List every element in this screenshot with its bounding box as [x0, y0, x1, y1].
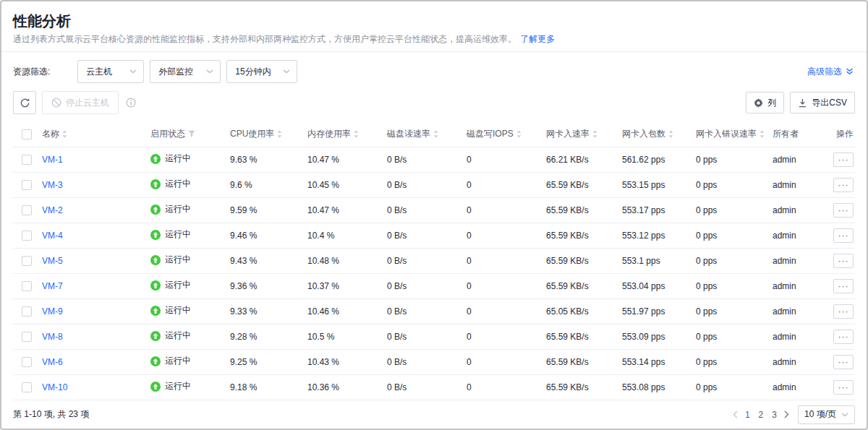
columns-settings-label: 列 — [767, 97, 776, 109]
page-number-2[interactable]: 2 — [759, 410, 764, 420]
sort-icon — [668, 130, 673, 138]
cell-net-in-pkts: 553.14 pps — [622, 349, 696, 374]
column-header-net-in-pkts[interactable]: 网卡入包数 — [622, 121, 696, 147]
cell-net-in-err: 0 pps — [696, 374, 773, 400]
cell-mem: 10.37 % — [307, 273, 387, 298]
row-actions-button[interactable]: ··· — [833, 178, 854, 192]
vm-name-link[interactable]: VM-8 — [42, 332, 63, 342]
column-header-disk-write-iops[interactable]: 磁盘写IOPS — [467, 121, 546, 147]
column-header-owner: 所有者 — [773, 121, 816, 147]
cell-net-in-err: 0 pps — [696, 172, 773, 197]
row-checkbox[interactable] — [22, 231, 32, 241]
row-checkbox[interactable] — [22, 357, 32, 367]
refresh-icon — [20, 98, 30, 108]
vm-name-link[interactable]: VM-3 — [42, 180, 63, 190]
row-checkbox[interactable] — [22, 281, 32, 291]
column-label: 网卡入错误速率 — [696, 128, 757, 140]
row-checkbox[interactable] — [22, 180, 32, 190]
vm-name-link[interactable]: VM-7 — [42, 281, 63, 291]
page-size-select[interactable]: 10 项/页 — [798, 405, 855, 424]
column-header-net-in-rate[interactable]: 网卡入速率 — [546, 121, 622, 147]
page-number-1[interactable]: 1 — [745, 410, 750, 420]
vm-name-link[interactable]: VM-2 — [42, 205, 63, 215]
resource-type-select[interactable]: 云主机 — [77, 60, 144, 83]
vm-name-link[interactable]: VM-5 — [42, 256, 63, 266]
column-header-mem[interactable]: 内存使用率 — [307, 121, 387, 147]
row-actions-button[interactable]: ··· — [833, 228, 854, 243]
vm-name-link[interactable]: VM-9 — [42, 306, 63, 317]
cell-cpu: 9.36 % — [230, 273, 307, 298]
row-checkbox[interactable] — [22, 155, 32, 165]
row-actions-button[interactable]: ··· — [833, 330, 854, 344]
status-label: 运行中 — [165, 355, 191, 367]
cell-owner: admin — [773, 298, 816, 324]
cell-owner: admin — [773, 349, 816, 374]
info-icon[interactable] — [126, 98, 136, 108]
status-cell: 运行中 — [150, 279, 191, 291]
columns-settings-button[interactable]: 列 — [746, 92, 784, 113]
column-header-status[interactable]: 启用状态 — [150, 121, 230, 147]
row-actions-button[interactable]: ··· — [833, 380, 854, 395]
monitor-type-select[interactable]: 外部监控 — [150, 60, 221, 83]
cell-net-in-pkts: 553.09 pps — [622, 324, 696, 349]
cell-cpu: 9.6 % — [230, 172, 307, 197]
row-checkbox[interactable] — [22, 256, 32, 266]
row-actions-button[interactable]: ··· — [833, 203, 854, 218]
page-number-3[interactable]: 3 — [772, 410, 777, 420]
cell-disk-read: 0 B/s — [387, 223, 467, 248]
row-actions-button[interactable]: ··· — [833, 279, 854, 293]
status-label: 运行中 — [165, 304, 191, 317]
vm-name-link[interactable]: VM-1 — [42, 155, 63, 165]
row-checkbox[interactable] — [22, 382, 32, 392]
refresh-button[interactable] — [13, 91, 36, 114]
row-actions-button[interactable]: ··· — [833, 355, 854, 369]
vm-name-link[interactable]: VM-6 — [42, 357, 63, 367]
funnel-icon — [188, 130, 195, 137]
performance-table: 名称启用状态CPU使用率内存使用率磁盘读速率磁盘写IOPS网卡入速率网卡入包数网… — [13, 121, 855, 400]
status-cell: 运行中 — [150, 178, 191, 190]
cell-disk-read: 0 B/s — [387, 349, 467, 374]
running-status-icon — [150, 306, 161, 316]
table-row: VM-9运行中9.33 %10.46 %0 B/s065.05 KB/s551.… — [13, 298, 855, 324]
status-cell: 运行中 — [150, 228, 191, 241]
learn-more-link[interactable]: 了解更多 — [520, 34, 555, 44]
cell-net-in-err: 0 pps — [696, 147, 773, 172]
column-header-name[interactable]: 名称 — [42, 121, 150, 147]
sort-icon — [354, 130, 359, 138]
vm-name-link[interactable]: VM-10 — [42, 382, 67, 392]
running-status-icon — [150, 382, 161, 392]
row-checkbox[interactable] — [22, 332, 32, 342]
running-status-icon — [150, 179, 161, 189]
cell-net-in-err: 0 pps — [696, 273, 773, 298]
select-all-checkbox[interactable] — [22, 129, 32, 139]
row-actions-button[interactable]: ··· — [833, 152, 854, 167]
row-checkbox[interactable] — [22, 306, 32, 317]
time-range-select[interactable]: 15分钟内 — [226, 60, 297, 83]
row-actions-button[interactable]: ··· — [833, 254, 854, 268]
chevron-down-icon — [841, 413, 848, 417]
cell-net-in-err: 0 pps — [696, 248, 773, 273]
cell-net-in-pkts: 553.17 pps — [622, 197, 696, 223]
status-cell: 运行中 — [150, 380, 191, 392]
table-row: VM-6运行中9.25 %10.43 %0 B/s065.59 KB/s553.… — [13, 349, 855, 374]
column-header-cpu[interactable]: CPU使用率 — [230, 121, 307, 147]
cell-disk-read: 0 B/s — [387, 172, 467, 197]
export-csv-button[interactable]: 导出CSV — [790, 92, 855, 113]
cell-net-in-err: 0 pps — [696, 197, 773, 223]
vm-name-link[interactable]: VM-4 — [42, 231, 63, 241]
cell-mem: 10.48 % — [307, 248, 387, 273]
sort-icon — [592, 130, 597, 138]
stop-vm-button[interactable]: 停止云主机 — [42, 91, 119, 114]
advanced-filter-link[interactable]: 高级筛选 — [807, 66, 854, 78]
row-checkbox[interactable] — [22, 205, 32, 215]
cell-net-in-pkts: 561.62 pps — [622, 147, 696, 172]
prev-page-button[interactable] — [733, 410, 738, 418]
status-label: 运行中 — [165, 254, 191, 266]
cell-owner: admin — [773, 248, 816, 273]
page-number-list: 123 — [745, 410, 777, 420]
column-header-net-in-err[interactable]: 网卡入错误速率 — [696, 121, 773, 147]
row-actions-button[interactable]: ··· — [833, 304, 854, 319]
column-header-disk-read[interactable]: 磁盘读速率 — [387, 121, 467, 147]
cell-disk-write-iops: 0 — [467, 197, 546, 223]
next-page-button[interactable] — [784, 410, 789, 418]
